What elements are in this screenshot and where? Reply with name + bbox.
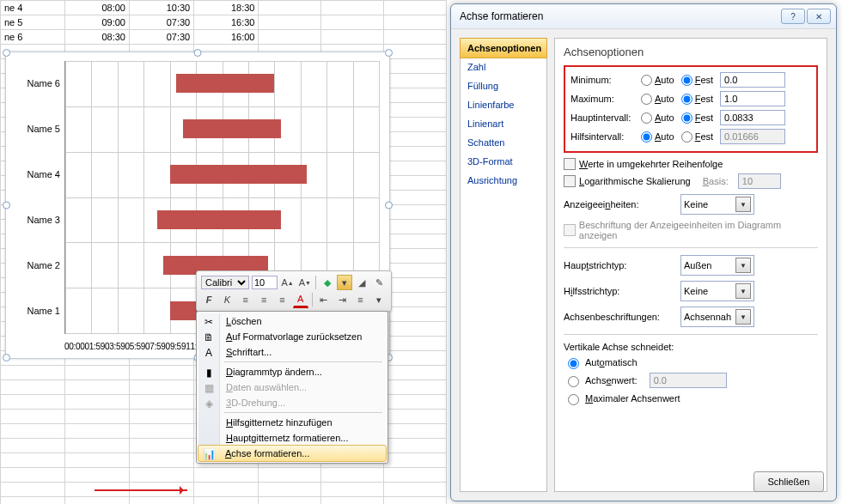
cell[interactable] — [64, 410, 129, 424]
cell[interactable] — [1, 483, 65, 497]
shrink-font-icon[interactable]: A▼ — [297, 275, 312, 290]
cell[interactable] — [384, 15, 447, 30]
cell[interactable] — [384, 278, 447, 293]
chevron-down-icon[interactable]: ▼ — [735, 309, 751, 325]
cell[interactable] — [259, 1, 321, 15]
cell[interactable]: 16:30 — [194, 15, 259, 30]
cell[interactable] — [384, 395, 447, 410]
cell[interactable] — [384, 220, 447, 234]
side-tab[interactable]: Linienfarbe — [461, 95, 546, 114]
cell[interactable] — [129, 468, 193, 483]
cell[interactable] — [384, 453, 447, 468]
cell[interactable] — [384, 132, 447, 147]
menu-item[interactable]: Hilfsgitternetz hinzufügen — [198, 415, 386, 430]
increase-indent-icon[interactable]: ⇥ — [334, 292, 350, 307]
cell[interactable] — [384, 45, 447, 59]
cell[interactable] — [384, 118, 447, 132]
cell[interactable]: 09:00 — [64, 15, 129, 30]
auto-radio[interactable]: Auto — [641, 112, 674, 124]
cell[interactable] — [259, 30, 321, 45]
cell[interactable] — [384, 161, 447, 176]
cell[interactable] — [129, 424, 193, 439]
cell[interactable] — [384, 147, 447, 161]
cell[interactable] — [384, 88, 447, 103]
side-tab[interactable]: Zahl — [461, 58, 546, 76]
cell[interactable] — [321, 30, 384, 45]
axis-cross-max-radio[interactable]: Maximaler Achsenwert — [564, 392, 818, 405]
cell[interactable] — [64, 497, 129, 505]
chart-style-icon[interactable]: ◆ — [320, 275, 334, 290]
resize-handle[interactable] — [3, 354, 10, 361]
cell[interactable] — [384, 59, 447, 74]
cell[interactable] — [384, 74, 447, 88]
chart-bar[interactable] — [176, 74, 274, 93]
axis-cross-value-radio[interactable]: Achsenwert: 0.0 — [564, 373, 818, 388]
resize-handle[interactable] — [194, 49, 202, 57]
menu-item[interactable]: Hauptgitternetz formatieren... — [198, 430, 386, 446]
cell[interactable] — [64, 366, 129, 380]
cell[interactable] — [1, 366, 65, 380]
menu-item[interactable]: 📊Achse formatieren... — [198, 445, 387, 462]
font-family-select[interactable]: Calibri (T — [201, 276, 249, 289]
cell[interactable] — [64, 439, 129, 453]
reverse-values-checkbox[interactable]: Werte in umgekehrter Reihenfolge — [564, 158, 818, 170]
fest-radio[interactable]: Fest — [681, 131, 713, 143]
cell[interactable] — [259, 15, 321, 30]
option-value-input[interactable] — [720, 91, 785, 106]
font-color-icon[interactable]: A — [293, 291, 308, 308]
cell[interactable] — [259, 483, 321, 497]
chevron-down-icon[interactable]: ▼ — [735, 258, 751, 273]
cell[interactable]: 08:30 — [64, 30, 129, 45]
cell[interactable]: 18:30 — [194, 1, 259, 15]
row-label[interactable]: ne 5 — [1, 15, 65, 30]
fest-radio[interactable]: Fest — [681, 94, 713, 105]
axis-cross-auto-radio[interactable]: Automatisch — [564, 355, 818, 369]
option-value-input[interactable] — [720, 72, 785, 88]
cell[interactable] — [1, 468, 65, 483]
menu-item[interactable]: ASchriftart... — [198, 344, 386, 360]
cell[interactable] — [384, 468, 447, 483]
resize-handle[interactable] — [385, 49, 393, 57]
cell[interactable] — [384, 307, 447, 322]
cell[interactable] — [384, 293, 447, 307]
cell[interactable] — [129, 395, 193, 410]
row-label[interactable]: ne 4 — [1, 1, 65, 15]
cell[interactable]: 07:30 — [129, 30, 193, 45]
major-tick-combo[interactable]: Außen ▼ — [680, 255, 754, 276]
decrease-indent-icon[interactable]: ⇤ — [316, 292, 332, 307]
chart-bar[interactable] — [183, 119, 281, 138]
cell[interactable] — [321, 483, 384, 497]
cell[interactable] — [259, 497, 321, 505]
cell[interactable] — [129, 497, 193, 505]
resize-handle[interactable] — [3, 202, 10, 209]
cell[interactable] — [64, 453, 129, 468]
cell[interactable] — [1, 439, 65, 453]
grow-font-icon[interactable]: A▲ — [280, 275, 295, 290]
cell[interactable] — [384, 483, 447, 497]
cell[interactable] — [384, 103, 447, 118]
cell[interactable] — [384, 249, 447, 264]
fill-icon[interactable]: ▾ — [337, 275, 351, 290]
cell[interactable] — [384, 1, 447, 15]
format-painter-icon[interactable]: ✎ — [372, 275, 387, 290]
cell[interactable] — [1, 453, 65, 468]
cell[interactable] — [384, 410, 447, 424]
cell[interactable] — [194, 497, 259, 505]
cell[interactable] — [194, 483, 259, 497]
cell[interactable] — [64, 468, 129, 483]
side-tab[interactable]: Füllung — [461, 76, 546, 95]
row-label[interactable]: ne 6 — [1, 30, 65, 45]
chart-bar[interactable] — [170, 165, 308, 184]
cell[interactable] — [321, 15, 384, 30]
cell[interactable] — [384, 424, 447, 439]
cell[interactable] — [129, 366, 193, 380]
cell[interactable] — [384, 497, 447, 505]
cell[interactable] — [321, 468, 384, 483]
auto-radio[interactable]: Auto — [641, 94, 674, 105]
side-tab[interactable]: Schatten — [461, 133, 546, 152]
cell[interactable]: 08:00 — [64, 1, 129, 15]
side-tab[interactable]: Linienart — [461, 114, 546, 133]
cell[interactable] — [64, 395, 129, 410]
cell[interactable] — [384, 264, 447, 278]
cell[interactable] — [384, 322, 447, 337]
